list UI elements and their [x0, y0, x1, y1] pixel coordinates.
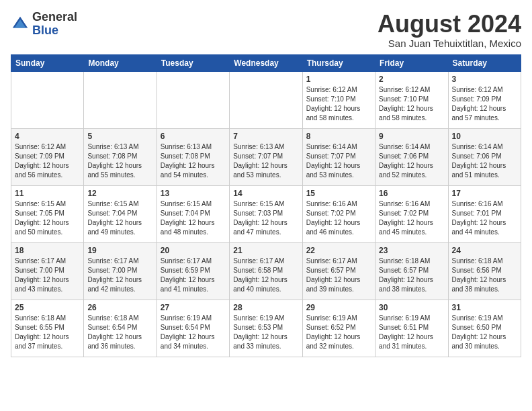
table-row: 22Sunrise: 6:17 AM Sunset: 6:57 PM Dayli… [302, 242, 375, 300]
day-number: 26 [87, 303, 152, 312]
table-row: 25Sunrise: 6:18 AM Sunset: 6:55 PM Dayli… [11, 300, 84, 357]
header-monday: Monday [84, 54, 157, 71]
day-number: 17 [452, 189, 517, 198]
logo-text: General Blue [32, 11, 77, 38]
header-wednesday: Wednesday [230, 54, 302, 71]
table-row: 13Sunrise: 6:15 AM Sunset: 7:04 PM Dayli… [157, 185, 229, 242]
day-info: Sunrise: 6:15 AM Sunset: 7:05 PM Dayligh… [15, 199, 80, 237]
day-info: Sunrise: 6:14 AM Sunset: 7:07 PM Dayligh… [306, 142, 371, 180]
day-info: Sunrise: 6:17 AM Sunset: 6:59 PM Dayligh… [161, 257, 226, 294]
day-info: Sunrise: 6:14 AM Sunset: 7:06 PM Dayligh… [452, 142, 517, 180]
day-info: Sunrise: 6:15 AM Sunset: 7:04 PM Dayligh… [87, 199, 152, 237]
day-number: 29 [306, 303, 371, 312]
day-info: Sunrise: 6:12 AM Sunset: 7:10 PM Dayligh… [379, 85, 444, 123]
table-row: 31Sunrise: 6:19 AM Sunset: 6:50 PM Dayli… [448, 300, 521, 357]
day-info: Sunrise: 6:13 AM Sunset: 7:08 PM Dayligh… [87, 142, 152, 180]
day-number: 7 [233, 132, 298, 141]
day-number: 23 [379, 246, 444, 255]
header-tuesday: Tuesday [157, 54, 229, 71]
table-row: 29Sunrise: 6:19 AM Sunset: 6:52 PM Dayli… [302, 300, 375, 357]
day-info: Sunrise: 6:16 AM Sunset: 7:01 PM Dayligh… [452, 199, 517, 237]
table-row: 26Sunrise: 6:18 AM Sunset: 6:54 PM Dayli… [84, 300, 157, 357]
day-number: 18 [15, 246, 80, 255]
table-row: 5Sunrise: 6:13 AM Sunset: 7:08 PM Daylig… [84, 128, 157, 185]
table-row: 27Sunrise: 6:19 AM Sunset: 6:54 PM Dayli… [157, 300, 229, 357]
day-number: 2 [379, 75, 444, 84]
logo-icon [11, 15, 30, 34]
calendar-week-row: 1Sunrise: 6:12 AM Sunset: 7:10 PM Daylig… [11, 71, 521, 128]
table-row: 2Sunrise: 6:12 AM Sunset: 7:10 PM Daylig… [375, 71, 448, 128]
day-number: 24 [452, 246, 517, 255]
table-row: 24Sunrise: 6:18 AM Sunset: 6:56 PM Dayli… [448, 242, 521, 300]
day-info: Sunrise: 6:14 AM Sunset: 7:06 PM Dayligh… [379, 142, 444, 180]
day-info: Sunrise: 6:15 AM Sunset: 7:04 PM Dayligh… [161, 199, 226, 237]
day-number: 30 [379, 303, 444, 312]
table-row: 15Sunrise: 6:16 AM Sunset: 7:02 PM Dayli… [302, 185, 375, 242]
day-info: Sunrise: 6:17 AM Sunset: 6:57 PM Dayligh… [306, 257, 371, 294]
day-info: Sunrise: 6:17 AM Sunset: 7:00 PM Dayligh… [15, 257, 80, 294]
day-number: 27 [161, 303, 226, 312]
day-number: 16 [379, 189, 444, 198]
calendar-week-row: 25Sunrise: 6:18 AM Sunset: 6:55 PM Dayli… [11, 300, 521, 357]
table-row: 4Sunrise: 6:12 AM Sunset: 7:09 PM Daylig… [11, 128, 84, 185]
day-info: Sunrise: 6:19 AM Sunset: 6:50 PM Dayligh… [452, 314, 517, 351]
logo: General Blue [11, 11, 77, 38]
day-number: 5 [87, 132, 152, 141]
table-row: 1Sunrise: 6:12 AM Sunset: 7:10 PM Daylig… [302, 71, 375, 128]
day-info: Sunrise: 6:18 AM Sunset: 6:57 PM Dayligh… [379, 257, 444, 294]
location: San Juan Tehuixtitlan, Mexico [378, 38, 521, 49]
day-info: Sunrise: 6:12 AM Sunset: 7:10 PM Dayligh… [306, 85, 371, 123]
table-row: 28Sunrise: 6:19 AM Sunset: 6:53 PM Dayli… [230, 300, 302, 357]
day-info: Sunrise: 6:18 AM Sunset: 6:56 PM Dayligh… [452, 257, 517, 294]
table-row: 7Sunrise: 6:13 AM Sunset: 7:07 PM Daylig… [230, 128, 302, 185]
day-number: 25 [15, 303, 80, 312]
table-row: 9Sunrise: 6:14 AM Sunset: 7:06 PM Daylig… [375, 128, 448, 185]
day-number: 1 [306, 75, 371, 84]
day-number: 14 [233, 189, 298, 198]
day-number: 12 [87, 189, 152, 198]
day-number: 13 [161, 189, 226, 198]
day-number: 22 [306, 246, 371, 255]
day-info: Sunrise: 6:13 AM Sunset: 7:08 PM Dayligh… [161, 142, 226, 180]
table-row: 30Sunrise: 6:19 AM Sunset: 6:51 PM Dayli… [375, 300, 448, 357]
table-row: 6Sunrise: 6:13 AM Sunset: 7:08 PM Daylig… [157, 128, 229, 185]
header-sunday: Sunday [11, 54, 84, 71]
day-info: Sunrise: 6:12 AM Sunset: 7:09 PM Dayligh… [452, 85, 517, 123]
day-number: 11 [15, 189, 80, 198]
table-row: 21Sunrise: 6:17 AM Sunset: 6:58 PM Dayli… [230, 242, 302, 300]
table-row: 23Sunrise: 6:18 AM Sunset: 6:57 PM Dayli… [375, 242, 448, 300]
table-row [11, 71, 84, 128]
day-number: 3 [452, 75, 517, 84]
logo-blue: Blue [32, 24, 58, 37]
page-header: General Blue August 2024 San Juan Tehuix… [11, 11, 521, 49]
day-info: Sunrise: 6:18 AM Sunset: 6:55 PM Dayligh… [15, 314, 80, 351]
day-info: Sunrise: 6:13 AM Sunset: 7:07 PM Dayligh… [233, 142, 298, 180]
calendar-week-row: 11Sunrise: 6:15 AM Sunset: 7:05 PM Dayli… [11, 185, 521, 242]
header-thursday: Thursday [302, 54, 375, 71]
day-number: 31 [452, 303, 517, 312]
table-row [230, 71, 302, 128]
day-info: Sunrise: 6:19 AM Sunset: 6:51 PM Dayligh… [379, 314, 444, 351]
day-info: Sunrise: 6:19 AM Sunset: 6:54 PM Dayligh… [161, 314, 226, 351]
table-row: 16Sunrise: 6:16 AM Sunset: 7:02 PM Dayli… [375, 185, 448, 242]
day-number: 19 [87, 246, 152, 255]
day-info: Sunrise: 6:15 AM Sunset: 7:03 PM Dayligh… [233, 199, 298, 237]
day-info: Sunrise: 6:17 AM Sunset: 6:58 PM Dayligh… [233, 257, 298, 294]
header-saturday: Saturday [448, 54, 521, 71]
day-number: 4 [15, 132, 80, 141]
day-info: Sunrise: 6:18 AM Sunset: 6:54 PM Dayligh… [87, 314, 152, 351]
table-row: 11Sunrise: 6:15 AM Sunset: 7:05 PM Dayli… [11, 185, 84, 242]
day-info: Sunrise: 6:19 AM Sunset: 6:52 PM Dayligh… [306, 314, 371, 351]
month-year: August 2024 [378, 11, 521, 38]
table-row: 19Sunrise: 6:17 AM Sunset: 7:00 PM Dayli… [84, 242, 157, 300]
day-number: 10 [452, 132, 517, 141]
table-row: 14Sunrise: 6:15 AM Sunset: 7:03 PM Dayli… [230, 185, 302, 242]
day-info: Sunrise: 6:17 AM Sunset: 7:00 PM Dayligh… [87, 257, 152, 294]
calendar-week-row: 4Sunrise: 6:12 AM Sunset: 7:09 PM Daylig… [11, 128, 521, 185]
day-number: 28 [233, 303, 298, 312]
day-number: 15 [306, 189, 371, 198]
day-info: Sunrise: 6:16 AM Sunset: 7:02 PM Dayligh… [306, 199, 371, 237]
table-row: 20Sunrise: 6:17 AM Sunset: 6:59 PM Dayli… [157, 242, 229, 300]
day-info: Sunrise: 6:12 AM Sunset: 7:09 PM Dayligh… [15, 142, 80, 180]
day-number: 9 [379, 132, 444, 141]
